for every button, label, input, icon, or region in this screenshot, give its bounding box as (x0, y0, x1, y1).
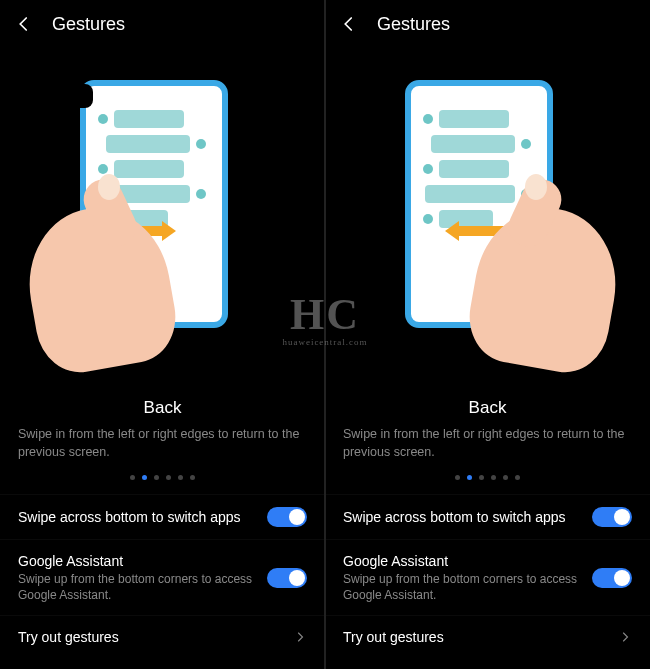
toggle-switch[interactable] (592, 507, 632, 527)
toggle-switch[interactable] (267, 507, 307, 527)
setting-label: Swipe across bottom to switch apps (343, 508, 582, 526)
gesture-title: Back (0, 398, 325, 418)
pager-dot-active (142, 475, 147, 480)
setting-description: Swipe up from the bottom corners to acce… (18, 572, 257, 603)
pager-dot (479, 475, 484, 480)
gesture-title: Back (325, 398, 650, 418)
gesture-description: Swipe in from the left or right edges to… (325, 418, 650, 461)
setting-google-assistant[interactable]: Google Assistant Swipe up from the botto… (325, 539, 650, 615)
gesture-illustration (0, 48, 325, 328)
chevron-right-icon (293, 630, 307, 644)
pager-dot (154, 475, 159, 480)
page-indicator (0, 475, 325, 480)
page-title: Gestures (52, 14, 125, 35)
back-icon[interactable] (14, 14, 34, 34)
setting-label: Try out gestures (18, 628, 283, 646)
hand-icon (20, 138, 220, 368)
page-indicator (325, 475, 650, 480)
chevron-right-icon (618, 630, 632, 644)
setting-label: Google Assistant (343, 552, 582, 570)
setting-label: Google Assistant (18, 552, 257, 570)
hand-icon (425, 138, 625, 368)
phone-notch (73, 84, 93, 108)
pager-dot (503, 475, 508, 480)
gesture-illustration (325, 48, 650, 328)
setting-description: Swipe up from the bottom corners to acce… (343, 572, 582, 603)
setting-swipe-bottom[interactable]: Swipe across bottom to switch apps (325, 494, 650, 539)
pager-dot (491, 475, 496, 480)
setting-label: Try out gestures (343, 628, 608, 646)
setting-try-out-gestures[interactable]: Try out gestures (325, 615, 650, 658)
gestures-screen-left: Gestures Back Swipe in from the left or … (0, 0, 325, 669)
back-icon[interactable] (339, 14, 359, 34)
gestures-screen-right: Gestures Back Swipe in from the left or … (325, 0, 650, 669)
header: Gestures (0, 0, 325, 48)
pager-dot (178, 475, 183, 480)
pane-divider (324, 0, 326, 669)
setting-google-assistant[interactable]: Google Assistant Swipe up from the botto… (0, 539, 325, 615)
page-title: Gestures (377, 14, 450, 35)
setting-swipe-bottom[interactable]: Swipe across bottom to switch apps (0, 494, 325, 539)
pager-dot (190, 475, 195, 480)
pager-dot (166, 475, 171, 480)
header: Gestures (325, 0, 650, 48)
toggle-switch[interactable] (592, 568, 632, 588)
pager-dot-active (467, 475, 472, 480)
gesture-description: Swipe in from the left or right edges to… (0, 418, 325, 461)
pager-dot (130, 475, 135, 480)
setting-label: Swipe across bottom to switch apps (18, 508, 257, 526)
pager-dot (455, 475, 460, 480)
settings-list: Swipe across bottom to switch apps Googl… (0, 494, 325, 659)
pager-dot (515, 475, 520, 480)
setting-try-out-gestures[interactable]: Try out gestures (0, 615, 325, 658)
toggle-switch[interactable] (267, 568, 307, 588)
settings-list: Swipe across bottom to switch apps Googl… (325, 494, 650, 659)
